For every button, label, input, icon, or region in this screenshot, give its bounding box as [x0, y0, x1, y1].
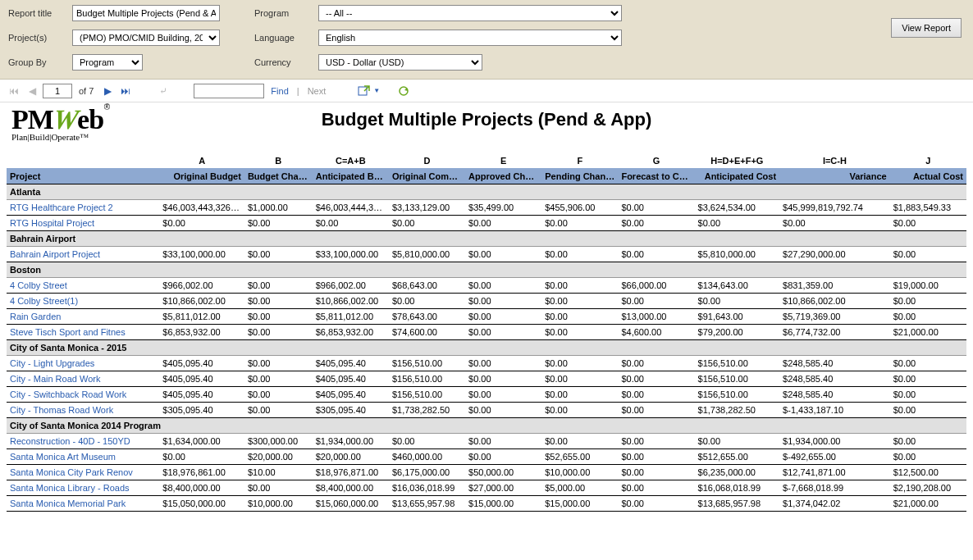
cell-value: $12,741,871.00 [779, 465, 890, 480]
group-row: Bahrain Airport [7, 231, 966, 247]
cell-value: $0.00 [465, 325, 541, 340]
cell-value: $455,906.00 [541, 200, 618, 216]
cell-value: $156,510.00 [389, 371, 465, 387]
cell-value: $5,811,012.00 [159, 309, 244, 325]
col-header: Budget Changes [244, 169, 313, 184]
language-select[interactable]: English [318, 30, 622, 46]
find-input[interactable] [194, 84, 264, 98]
cell-value: $13,685,957.98 [695, 496, 780, 512]
cell-value: $0.00 [779, 216, 890, 231]
project-link[interactable]: Reconstruction - 40D - 150YD [10, 436, 130, 446]
cell-value: $0.00 [618, 356, 694, 371]
cell-value: $0.00 [244, 247, 313, 262]
refresh-icon[interactable] [396, 84, 411, 98]
export-dropdown-icon[interactable]: ▼ [373, 87, 380, 94]
cell-value: $0.00 [465, 278, 541, 294]
table-row: RTG Healthcare Project 2$46,003,443,326.… [7, 200, 966, 216]
find-link[interactable]: Find [271, 86, 288, 96]
cell-value: $405,095.40 [159, 371, 244, 387]
cell-value: $405,095.40 [313, 371, 389, 387]
page-number-input[interactable] [43, 84, 72, 98]
cell-value: $0.00 [618, 200, 694, 216]
project-link[interactable]: City - Light Upgrades [10, 358, 94, 368]
cell-value: $66,000.00 [618, 278, 694, 294]
cell-value: $-492,655.00 [779, 449, 890, 465]
view-report-button[interactable]: View Report [891, 18, 962, 38]
program-select[interactable]: -- All -- [318, 5, 622, 21]
table-row: Santa Monica Memorial Park$15,050,000.00… [7, 496, 966, 512]
table-row: Santa Monica Library - Roads$8,400,000.0… [7, 480, 966, 496]
project-link[interactable]: Bahrain Airport Project [10, 249, 100, 259]
project-link[interactable]: City - Thomas Road Work [10, 405, 113, 415]
col-header: Approved Changes [465, 169, 541, 184]
cell-value: $0.00 [618, 449, 694, 465]
last-page-icon[interactable]: ⏭ [118, 84, 133, 98]
project-link[interactable]: Steve Tisch Sport and Fitnes [10, 327, 126, 337]
cell-value: $305,095.40 [313, 403, 389, 418]
table-row: 4 Colby Street(1)$10,866,002.00$0.00$10,… [7, 294, 966, 309]
page-of-text: of 7 [75, 86, 97, 96]
table-row: Steve Tisch Sport and Fitnes$6,853,932.0… [7, 325, 966, 340]
cell-value: $156,510.00 [389, 387, 465, 403]
groupby-select[interactable]: Program [72, 54, 143, 71]
cell-value: $0.00 [541, 371, 618, 387]
cell-value: $18,976,861.00 [159, 465, 244, 480]
project-link[interactable]: RTG Healthcare Project 2 [10, 203, 113, 212]
project-link[interactable]: City - Switchback Road Work [10, 389, 126, 399]
group-row: City of Santa Monica 2014 Program [7, 418, 966, 434]
currency-select[interactable]: USD - Dollar (USD) [318, 54, 482, 71]
cell-value: $0.00 [244, 278, 313, 294]
project-link[interactable]: City - Main Road Work [10, 374, 100, 384]
cell-value: $966,002.00 [313, 278, 389, 294]
cell-value: $0.00 [244, 480, 313, 496]
cell-value: $0.00 [465, 309, 541, 325]
cell-value: $8,400,000.00 [313, 480, 389, 496]
cell-value: $0.00 [890, 309, 966, 325]
cell-value: $0.00 [465, 434, 541, 449]
group-row: Atlanta [7, 184, 966, 200]
cell-value: $0.00 [159, 216, 244, 231]
cell-value: $1,934,000.00 [313, 434, 389, 449]
cell-value: $18,976,871.00 [313, 465, 389, 480]
project-link[interactable]: Santa Monica Library - Roads [10, 483, 130, 493]
project-link[interactable]: 4 Colby Street(1) [10, 296, 78, 306]
cell-value: $52,655.00 [541, 449, 618, 465]
cell-value: $0.00 [618, 403, 694, 418]
cell-value: $35,499.00 [465, 200, 541, 216]
cell-value: $0.00 [389, 434, 465, 449]
cell-value: $0.00 [244, 294, 313, 309]
cell-value: $405,095.40 [159, 356, 244, 371]
column-letters-row: ABC=A+BDEFGH=D+E+F+GI=C-HJ [7, 153, 966, 169]
cell-value: $0.00 [890, 216, 966, 231]
cell-value: $460,000.00 [389, 449, 465, 465]
cell-value: $6,853,932.00 [159, 325, 244, 340]
col-header: Forecast to Complete [618, 169, 694, 184]
project-link[interactable]: Santa Monica Memorial Park [10, 499, 126, 508]
cell-value: $512,655.00 [695, 449, 780, 465]
cell-value: $20,000.00 [244, 449, 313, 465]
project-link[interactable]: Santa Monica Art Museum [10, 452, 116, 462]
cell-value: $74,600.00 [389, 325, 465, 340]
table-row: Santa Monica Art Museum$0.00$20,000.00$2… [7, 449, 966, 465]
cell-value: $-7,668,018.99 [779, 480, 890, 496]
cell-value: $156,510.00 [695, 387, 780, 403]
cell-value: $0.00 [465, 294, 541, 309]
next-page-icon[interactable]: ▶ [100, 84, 115, 98]
project-link[interactable]: RTG Hospital Project [10, 218, 94, 228]
cell-value: $45,999,819,792.74 [779, 200, 890, 216]
report-header: PMWeb ® Plan|Build|Operate™ Budget Multi… [0, 102, 973, 153]
report-title-input[interactable] [72, 5, 220, 21]
project-link[interactable]: 4 Colby Street [10, 280, 67, 290]
export-icon[interactable] [357, 84, 372, 98]
cell-value: $15,050,000.00 [159, 496, 244, 512]
project-link[interactable]: Rain Garden [10, 312, 61, 321]
cell-value: $50,000.00 [465, 465, 541, 480]
cell-value: $10,866,002.00 [159, 294, 244, 309]
project-link[interactable]: Santa Monica City Park Renov [10, 467, 133, 477]
table-row: Reconstruction - 40D - 150YD$1,634,000.0… [7, 434, 966, 449]
cell-value: $405,095.40 [313, 356, 389, 371]
cell-value: $79,200.00 [695, 325, 780, 340]
projects-select[interactable]: (PMO) PMO/CMID Building, 207 - [72, 30, 220, 46]
report-toolbar: ⏮ ◀ of 7 ▶ ⏭ ⤶ Find | Next ▼ [0, 80, 973, 102]
cell-value: $21,000.00 [890, 496, 966, 512]
